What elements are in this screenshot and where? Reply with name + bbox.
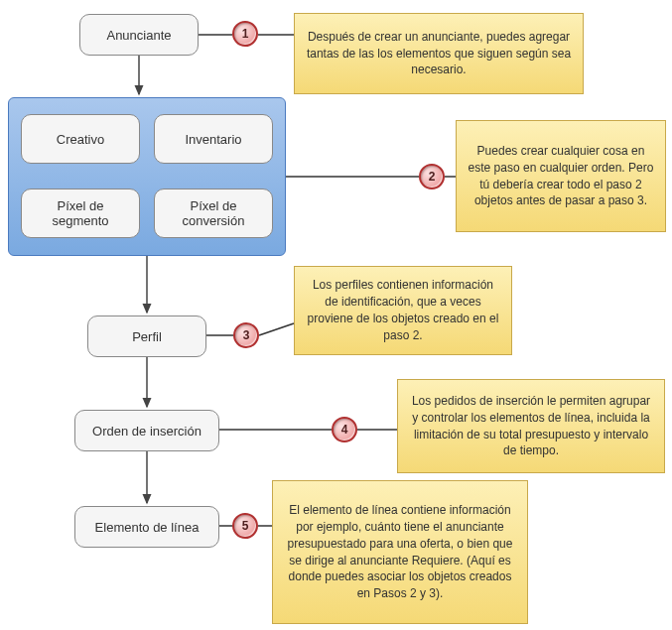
node-profile: Perfil [87,315,206,357]
note-step-4: Los pedidos de inserción le permiten agr… [397,379,665,473]
note-text: El elemento de línea contiene informació… [283,502,517,602]
node-advertiser: Anunciante [79,14,199,56]
badge-number: 1 [242,27,249,41]
badge-number: 2 [429,170,436,184]
note-step-2: Puedes crear cualquier cosa en este paso… [456,120,666,232]
note-step-5: El elemento de línea contiene informació… [272,480,528,624]
step-badge-3: 3 [233,322,259,348]
node-label: Inventario [185,132,241,147]
node-insertion-order: Orden de inserción [74,410,219,451]
node-label: Anunciante [106,28,171,43]
svg-line-9 [259,323,294,335]
badge-number: 3 [243,328,250,342]
step-badge-5: 5 [232,513,258,539]
note-text: Los pedidos de inserción le permiten agr… [408,393,654,459]
node-line-item: Elemento de línea [74,506,219,548]
step-badge-4: 4 [332,417,357,442]
note-step-1: Después de crear un anunciante, puedes a… [294,13,584,94]
node-label: Perfil [132,329,162,344]
node-label: Orden de inserción [92,424,202,439]
node-segment-pixel: Píxel de segmento [21,189,140,238]
node-label: Creativo [57,132,104,147]
node-creative: Creativo [21,114,140,164]
badge-number: 5 [242,519,249,533]
note-step-3: Los perfiles contienen información de id… [294,266,512,355]
node-inventory: Inventario [154,114,273,164]
node-label: Píxel de conversión [163,198,264,228]
note-text: Puedes crear cualquier cosa en este paso… [467,143,655,209]
step-badge-1: 1 [232,21,258,47]
note-text: Después de crear un anunciante, puedes a… [305,29,573,78]
note-text: Los perfiles contienen información de id… [305,277,501,343]
step-badge-2: 2 [419,164,445,189]
node-label: Píxel de segmento [30,198,131,228]
node-label: Elemento de línea [95,520,200,535]
badge-number: 4 [341,423,348,437]
node-conversion-pixel: Píxel de conversión [154,189,273,238]
